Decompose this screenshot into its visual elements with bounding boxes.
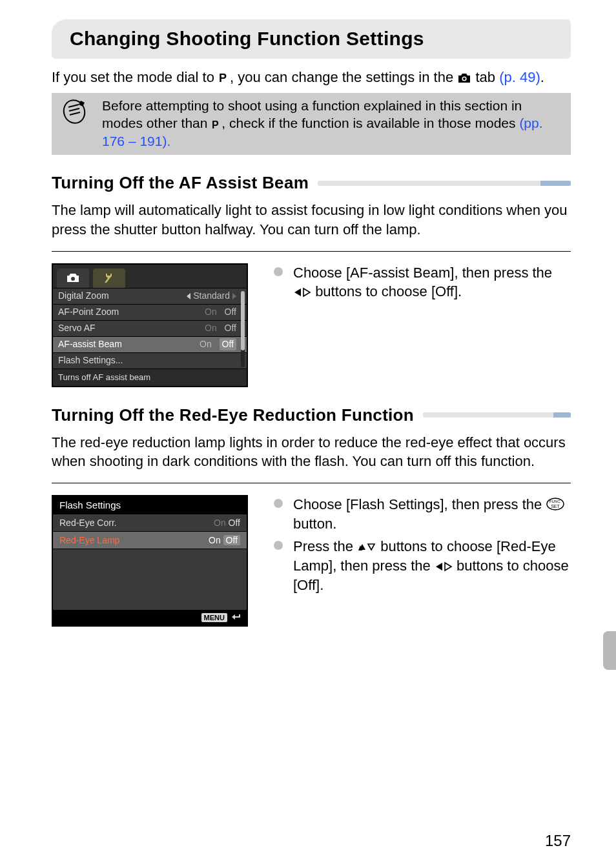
heading-rule (318, 181, 571, 186)
note-pp-close: ). (162, 134, 170, 148)
note-pp-a[interactable]: 176 (102, 134, 125, 148)
step-text: buttons to choose [Off]. (315, 283, 462, 299)
note-text: Before attempting to shoot using a funct… (102, 97, 564, 150)
divider (52, 251, 571, 252)
lcd-label: AF-Point Zoom (58, 306, 119, 318)
svg-point-2 (463, 77, 466, 80)
step-text: Choose [Flash Settings], then press the (293, 496, 546, 512)
svg-line-4 (68, 105, 79, 107)
section-title-redeye: Turning Off the Red-Eye Reduction Functi… (52, 404, 414, 427)
lcd-row-afassist[interactable]: AF-assist Beam On Off (53, 336, 247, 352)
svg-line-5 (69, 108, 79, 111)
step-text: button. (293, 516, 336, 532)
step-text: Press the (293, 538, 357, 554)
intro-pre: If you set the mode dial to (52, 69, 218, 85)
steps-redeye: Choose [Flash Settings], then press the … (274, 495, 571, 598)
lcd2-row-redeyecorr[interactable]: Red-Eye Corr. On Off (53, 514, 247, 532)
lcd2-title: Flash Settings (53, 496, 247, 514)
section-body-redeye: The red-eye reduction lamp lights in ord… (52, 433, 571, 471)
section-heading-redeye: Turning Off the Red-Eye Reduction Functi… (52, 404, 571, 427)
lcd-on: On (205, 306, 217, 318)
svg-text:FUNC.: FUNC. (549, 500, 562, 503)
edge-tab (603, 631, 616, 670)
lcd-row-afpointzoom[interactable]: AF-Point Zoom On Off (53, 304, 247, 320)
lcd-tabbar (53, 265, 247, 288)
section-title-af: Turning Off the AF Assist Beam (52, 172, 309, 194)
intro-period: . (540, 69, 544, 85)
lcd-body: Digital Zoom Standard AF-Point Zoom On O… (53, 288, 247, 368)
func-set-button-icon: FUNC. SET (546, 497, 565, 511)
lcd-label: AF-assist Beam (58, 338, 122, 350)
lcd2-on: On (209, 535, 221, 545)
heading-rule (423, 412, 571, 418)
page-title-banner: Changing Shooting Function Settings (52, 19, 571, 59)
step-item: Choose [Flash Settings], then press the … (274, 495, 571, 533)
lcd2-row-redeyelamp[interactable]: Red-Eye Lamp On Off (53, 532, 247, 549)
block-redeye: Flash Settings Red-Eye Corr. On Off Red-… (52, 495, 571, 627)
note-pp-open: (pp. (519, 116, 542, 130)
chevron-left-icon (187, 293, 190, 299)
lcd-row-flashsettings[interactable]: Flash Settings... (53, 352, 247, 368)
step-item: Press the buttons to choose [Red-Eye Lam… (274, 537, 571, 594)
divider (52, 483, 571, 483)
section-heading-af: Turning Off the AF Assist Beam (52, 172, 571, 194)
lcd-row-digitalzoom[interactable]: Digital Zoom Standard (53, 288, 247, 304)
lcd-tab-tools[interactable] (93, 268, 125, 288)
svg-marker-10 (303, 288, 310, 296)
lcd-label: Flash Settings... (58, 354, 123, 367)
lcd-off: Off (225, 306, 236, 318)
lcd-screenshot-af: Digital Zoom Standard AF-Point Zoom On O… (52, 263, 248, 387)
note-line1-post: , check if the function is available in … (221, 116, 519, 130)
lcd-label: Servo AF (58, 322, 96, 334)
section-body-af: The lamp will automatically light to ass… (52, 201, 571, 239)
lcd-row-servoaf[interactable]: Servo AF On Off (53, 320, 247, 336)
svg-marker-18 (368, 544, 375, 550)
note-pp-sep: – (125, 134, 139, 148)
intro-paragraph: If you set the mode dial to P , you can … (52, 68, 571, 87)
lcd2-label: Red-Eye Lamp (59, 534, 119, 547)
return-icon (231, 613, 241, 622)
lcd-screenshot-redeye: Flash Settings Red-Eye Corr. On Off Red-… (52, 495, 248, 627)
step-text: Choose [AF-assist Beam], then press the (293, 265, 552, 281)
lcd-scrollbar[interactable] (241, 291, 245, 367)
intro-post: tab (475, 69, 499, 85)
svg-text:P: P (212, 119, 219, 130)
block-af: Digital Zoom Standard AF-Point Zoom On O… (52, 263, 571, 387)
lcd2-footer: MENU (53, 610, 247, 625)
p-mode-icon: P (218, 72, 230, 84)
intro-pageref-link[interactable]: (p. 49) (499, 69, 540, 85)
left-right-buttons-icon (435, 561, 453, 572)
lcd-value: Standard (193, 290, 230, 302)
page-title: Changing Shooting Function Settings (70, 26, 558, 52)
lcd-tab-camera[interactable] (57, 268, 89, 288)
note-pp-b[interactable]: 191 (139, 134, 162, 148)
page-number: 157 (545, 831, 571, 851)
step-item: Choose [AF-assist Beam], then press the … (274, 263, 571, 301)
svg-text:P: P (219, 72, 227, 84)
svg-line-6 (70, 112, 80, 115)
lcd-help: Turns off AF assist beam (53, 368, 247, 386)
lcd-off: Off (225, 322, 236, 334)
lcd-on: On (200, 338, 212, 350)
lcd-panel: Digital Zoom Standard AF-Point Zoom On O… (52, 263, 248, 387)
menu-badge[interactable]: MENU (201, 613, 227, 623)
lcd-on: On (205, 322, 217, 334)
note-icon (58, 97, 90, 150)
svg-point-8 (71, 277, 75, 281)
lcd2-rows: Red-Eye Corr. On Off Red-Eye Lamp On Off (53, 514, 247, 610)
lcd2-off: Off (229, 518, 240, 528)
camera-tab-icon (457, 72, 471, 84)
lcd-panel: Flash Settings Red-Eye Corr. On Off Red-… (52, 495, 248, 627)
lcd-label: Digital Zoom (58, 290, 109, 302)
steps-af: Choose [AF-assist Beam], then press the … (274, 263, 571, 305)
p-mode-icon: P (211, 119, 221, 130)
left-right-buttons-icon (293, 287, 311, 298)
svg-text:SET: SET (551, 504, 560, 509)
svg-marker-20 (445, 563, 451, 570)
note-box: Before attempting to shoot using a funct… (52, 93, 571, 155)
lcd2-off: Off (223, 535, 240, 545)
up-down-buttons-icon (357, 541, 376, 553)
chevron-right-icon (232, 293, 236, 299)
intro-mid: , you can change the settings in the (230, 69, 457, 85)
svg-marker-9 (294, 288, 301, 296)
